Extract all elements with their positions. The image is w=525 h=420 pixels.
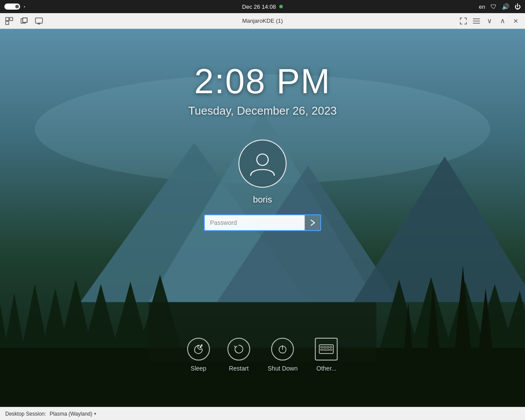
top-bar-right: en 🛡 🔊 ⏻: [479, 3, 521, 10]
svg-rect-47: [330, 346, 332, 348]
vm-close-button[interactable]: ✕: [512, 17, 520, 25]
login-button[interactable]: [304, 214, 321, 231]
svg-text:z: z: [201, 344, 203, 346]
bottom-bar: Desktop Session: Plasma (Wayland) ▾: [0, 407, 525, 420]
password-input[interactable]: [204, 214, 304, 231]
network-status-dot: [280, 5, 283, 8]
top-bar-left: •: [4, 4, 25, 10]
vm-window-title: ManjaroKDE (1): [242, 18, 283, 24]
vm-apps-icon[interactable]: [5, 17, 13, 25]
other-button[interactable]: Other...: [315, 338, 338, 372]
vm-monitor-icon[interactable]: [35, 17, 43, 25]
vm-title-bar: ManjaroKDE (1) ∨ ∧ ✕: [0, 13, 525, 29]
desktop-background: 2:08 PM Tuesday, December 26, 2023 boris: [0, 29, 525, 407]
svg-rect-1: [10, 18, 13, 21]
password-row: [204, 214, 321, 231]
shutdown-button[interactable]: Shut Down: [268, 338, 298, 372]
svg-rect-44: [321, 346, 323, 348]
language-indicator: en: [479, 4, 485, 10]
other-label: Other...: [316, 365, 336, 372]
volume-icon: 🔊: [502, 3, 509, 10]
date-display: Tuesday, December 26, 2023: [188, 104, 337, 118]
session-value: Plasma (Wayland): [49, 411, 92, 417]
action-buttons: z z Sleep Restart: [187, 338, 338, 372]
session-dropdown[interactable]: Desktop Session: Plasma (Wayland) ▾: [5, 411, 96, 417]
restart-button[interactable]: Restart: [228, 338, 250, 372]
session-label: Desktop Session:: [5, 411, 46, 417]
vm-resize-icon[interactable]: [20, 17, 28, 25]
top-bar-datetime: Dec 26 14:08: [242, 4, 283, 10]
restart-icon-circle: [228, 338, 250, 360]
svg-rect-4: [23, 18, 27, 22]
power-icon: ⏻: [514, 3, 521, 10]
vm-chevron-down-icon[interactable]: ∨: [486, 17, 494, 25]
svg-rect-0: [6, 18, 9, 21]
title-bar-right: ∨ ∧ ✕: [459, 17, 520, 25]
svg-point-38: [257, 154, 268, 165]
sleep-icon-circle: z z: [187, 338, 210, 360]
svg-rect-49: [324, 349, 329, 350]
datetime-text: Dec 26 14:08: [242, 4, 276, 10]
svg-rect-2: [6, 21, 9, 24]
sleep-label: Sleep: [191, 365, 206, 372]
username-label: boris: [253, 195, 272, 205]
time-display: 2:08 PM: [194, 64, 331, 99]
session-chevron-icon: ▾: [94, 411, 96, 416]
vm-chevron-up-icon[interactable]: ∧: [499, 17, 507, 25]
restart-label: Restart: [229, 365, 248, 372]
user-avatar: [238, 140, 287, 188]
svg-rect-46: [327, 346, 329, 348]
host-top-bar: • Dec 26 14:08 en 🛡 🔊 ⏻: [0, 0, 525, 13]
sleep-button[interactable]: z z Sleep: [187, 338, 210, 372]
svg-rect-45: [324, 346, 326, 348]
shutdown-icon-circle: [271, 338, 294, 360]
svg-rect-48: [321, 349, 323, 350]
vm-fullscreen-icon[interactable]: [459, 17, 467, 25]
title-bar-left: [5, 17, 43, 25]
svg-rect-6: [35, 18, 42, 23]
svg-rect-50: [330, 349, 332, 350]
vm-status-pill: [4, 4, 20, 10]
other-icon: [315, 338, 338, 360]
shutdown-label: Shut Down: [268, 365, 298, 372]
top-bar-dot: •: [24, 4, 25, 9]
vm-hamburger-icon[interactable]: [472, 17, 480, 25]
shield-icon: 🛡: [490, 3, 497, 10]
